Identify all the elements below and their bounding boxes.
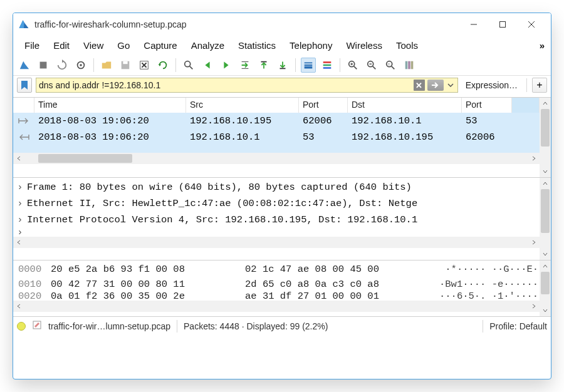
app-window: traffic-for-wireshark-column-setup.pcap … (13, 13, 551, 379)
menu-statistics[interactable]: Statistics (232, 38, 282, 53)
scroll-down-icon[interactable] (540, 249, 551, 260)
bookmark-icon[interactable] (17, 78, 32, 93)
cell-sport: 53 (299, 132, 348, 143)
vscroll-thumb[interactable] (541, 272, 550, 294)
scroll-up-icon[interactable] (540, 178, 551, 189)
status-file: traffic-for-wir…lumn-setup.pcap (48, 321, 170, 331)
bytes-line[interactable]: 0010 00 42 77 31 00 00 80 11 2d 65 c0 a8… (13, 277, 540, 292)
menu-capture[interactable]: Capture (137, 38, 183, 53)
scroll-right-icon[interactable] (528, 301, 540, 312)
column-header-time[interactable]: Time (34, 98, 186, 113)
display-filter-input[interactable] (39, 80, 411, 90)
column-header-sport[interactable]: Port (299, 98, 348, 113)
save-icon[interactable] (118, 58, 133, 73)
shark-fin-icon[interactable] (17, 58, 32, 73)
go-last-icon[interactable] (275, 58, 290, 73)
minimize-button[interactable] (459, 15, 488, 34)
column-header-dst[interactable]: Dst (348, 98, 462, 113)
menu-telephony[interactable]: Telephony (283, 38, 338, 53)
vscroll-thumb[interactable] (541, 189, 550, 233)
status-profile[interactable]: Profile: Default (489, 321, 547, 331)
add-filter-button[interactable]: + (532, 78, 547, 93)
scroll-right-icon[interactable] (528, 237, 540, 248)
detail-line[interactable]: ›Internet Protocol Version 4, Src: 192.1… (13, 212, 540, 228)
packet-list-hscroll[interactable] (13, 153, 540, 164)
packet-row[interactable]: 2018-08-03 19:06:20 192.168.10.1 53 192.… (13, 129, 540, 145)
stop-icon[interactable] (36, 58, 51, 73)
colorize-icon[interactable] (320, 58, 335, 73)
menu-edit[interactable]: Edit (47, 38, 76, 53)
menu-go[interactable]: Go (111, 38, 136, 53)
expression-button[interactable]: Expression… (462, 79, 521, 91)
packet-bytes-pane: 0000 20 e5 2a b6 93 f1 00 08 02 1c 47 ae… (13, 260, 551, 316)
scroll-down-icon[interactable] (540, 166, 551, 177)
go-forward-icon[interactable] (219, 58, 234, 73)
packet-list-pane: Time Src Port Dst Port 2018-08-03 19:06:… (13, 97, 551, 177)
menu-overflow[interactable]: » (538, 40, 546, 51)
filter-history-dropdown[interactable] (446, 80, 455, 91)
bytes-vscroll[interactable] (540, 260, 551, 316)
close-button[interactable] (517, 15, 546, 34)
edit-icon[interactable] (32, 320, 42, 332)
column-header-src[interactable]: Src (186, 98, 299, 113)
scroll-left-icon[interactable] (13, 301, 24, 312)
details-hscroll[interactable] (13, 237, 540, 248)
bytes-line-partial[interactable]: 0020 0a 01 f2 36 00 35 00 2e ae 31 df 27… (13, 292, 540, 301)
expand-caret-icon[interactable]: › (13, 214, 27, 225)
zoom-out-icon[interactable] (364, 58, 379, 73)
cell-sport: 62006 (299, 115, 348, 126)
go-back-icon[interactable] (200, 58, 215, 73)
detail-line[interactable]: ›Ethernet II, Src: HewlettP_1c:47:ae (00… (13, 195, 540, 212)
scroll-left-icon[interactable] (13, 153, 24, 164)
expand-caret-icon[interactable]: › (13, 182, 27, 193)
menu-file[interactable]: File (18, 38, 46, 53)
svg-line-29 (373, 66, 376, 69)
svg-rect-34 (405, 61, 408, 69)
scroll-right-icon[interactable] (528, 153, 540, 164)
auto-scroll-icon[interactable] (301, 58, 316, 73)
hscroll-thumb[interactable] (38, 154, 132, 163)
details-vscroll[interactable] (540, 178, 551, 260)
restart-icon[interactable] (55, 58, 70, 73)
filter-input-wrapper: ✕ (36, 78, 458, 93)
expand-caret-icon[interactable]: › (13, 198, 27, 209)
menu-tools[interactable]: Tools (390, 38, 424, 53)
cell-time: 2018-08-03 19:06:20 (34, 132, 186, 143)
reload-icon[interactable] (155, 58, 170, 73)
detail-line[interactable]: ›Frame 1: 80 bytes on wire (640 bits), 8… (13, 179, 540, 195)
open-icon[interactable] (99, 58, 114, 73)
vscroll-thumb[interactable] (541, 109, 550, 147)
scroll-down-icon[interactable] (540, 305, 551, 316)
statusbar: traffic-for-wir…lumn-setup.pcap Packets:… (13, 316, 551, 335)
maximize-button[interactable] (488, 15, 517, 34)
column-header-dport[interactable]: Port (462, 98, 512, 113)
bytes-hscroll[interactable] (13, 301, 540, 312)
response-arrow-icon (13, 132, 34, 142)
clear-filter-icon[interactable]: ✕ (414, 80, 425, 91)
menu-analyze[interactable]: Analyze (185, 38, 231, 53)
menu-wireless[interactable]: Wireless (340, 38, 389, 53)
scroll-up-icon[interactable] (540, 260, 551, 272)
options-icon[interactable] (73, 58, 88, 73)
go-to-packet-icon[interactable] (238, 58, 253, 73)
column-header-empty[interactable] (512, 98, 540, 113)
find-icon[interactable] (181, 58, 196, 73)
packet-row[interactable]: 2018-08-03 19:06:20 192.168.10.195 62006… (13, 113, 540, 129)
close-file-icon[interactable] (137, 58, 152, 73)
zoom-reset-icon[interactable]: = (383, 58, 398, 73)
cell-src: 192.168.10.1 (186, 132, 299, 143)
cell-dport: 62006 (462, 132, 512, 143)
bytes-line[interactable]: 0000 20 e5 2a b6 93 f1 00 08 02 1c 47 ae… (13, 262, 540, 277)
scroll-left-icon[interactable] (13, 237, 24, 248)
packet-row-partial[interactable] (13, 145, 540, 153)
apply-filter-icon[interactable] (427, 80, 444, 91)
menu-view[interactable]: View (77, 38, 110, 53)
zoom-in-icon[interactable] (345, 58, 360, 73)
go-first-icon[interactable] (256, 58, 271, 73)
resize-columns-icon[interactable] (402, 58, 417, 73)
packet-list-vscroll[interactable] (540, 98, 551, 177)
scroll-up-icon[interactable] (540, 98, 551, 109)
status-packets: Packets: 4448 · Displayed: 99 (2.2%) (184, 321, 328, 331)
cell-dst: 192.168.10.195 (348, 132, 462, 143)
expert-info-icon[interactable] (17, 322, 26, 331)
